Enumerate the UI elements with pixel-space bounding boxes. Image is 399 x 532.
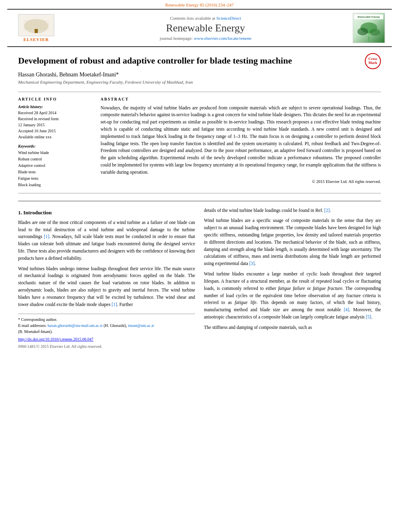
keyword-2: Robust control bbox=[18, 156, 93, 162]
abstract-text: Nowadays, the majority of wind turbine b… bbox=[101, 105, 381, 176]
journal-logo-box: Renewable Energy bbox=[351, 13, 387, 43]
top-banner: Renewable Energy 85 (2016) 234–247 bbox=[0, 0, 399, 9]
re-logo-title-text: Renewable Energy bbox=[354, 14, 383, 19]
affiliation-line: Mechanical Engineering Department, Engin… bbox=[18, 80, 381, 84]
keyword-6: Block loading bbox=[18, 182, 93, 188]
article-info-abstract-grid: ARTICLE INFO Article history: Received 2… bbox=[18, 92, 381, 193]
copyright-line: © 2015 Elsevier Ltd. All rights reserved… bbox=[101, 179, 381, 184]
body-right-col: details of the wind turbine blade loadin… bbox=[204, 207, 381, 350]
keywords-section: Keywords: Wind turbine blade Robust cont… bbox=[18, 144, 93, 188]
keyword-4: Blade tests bbox=[18, 169, 93, 175]
article-info-label: ARTICLE INFO bbox=[18, 97, 93, 101]
abstract-label: ABSTRACT bbox=[101, 97, 381, 101]
contents-line: Contents lists available at ScienceDirec… bbox=[64, 16, 347, 21]
footnote-email2-name: (B. Moetakef-Imani). bbox=[18, 329, 195, 335]
email1-link[interactable]: hasan.ghorashi@stu-mail.um.ac.ir bbox=[47, 323, 103, 328]
footnote-corresponding: * Corresponding author. bbox=[18, 316, 195, 322]
right-para1: details of the wind turbine blade loadin… bbox=[204, 207, 381, 214]
intro-heading: 1. Introduction bbox=[18, 209, 195, 217]
history-title: Article history: bbox=[18, 105, 93, 109]
elsevier-logo: ELSEVIER bbox=[18, 14, 54, 42]
footnote-email: E-mail addresses: hasan.ghorashi@stu-mai… bbox=[18, 322, 195, 329]
ref-5[interactable]: [5] bbox=[366, 314, 371, 319]
accepted-date: Accepted 16 June 2015 bbox=[18, 128, 93, 134]
revised-date: 12 January 2015 bbox=[18, 122, 93, 128]
article-history: Article history: Received 28 April 2014 … bbox=[18, 105, 93, 140]
intro-para1: Blades are one of the most critical comp… bbox=[18, 219, 195, 262]
body-two-col: 1. Introduction Blades are one of the mo… bbox=[18, 207, 381, 350]
doi-line[interactable]: http://dx.doi.org/10.1016/j.renene.2015.… bbox=[18, 336, 195, 343]
article-info-column: ARTICLE INFO Article history: Received 2… bbox=[18, 97, 93, 188]
received-revised-label: Received in revised form bbox=[18, 116, 93, 122]
issn-line: 0960-1481/© 2015 Elsevier Ltd. All right… bbox=[18, 343, 195, 350]
ref-3[interactable]: [3] bbox=[249, 261, 255, 266]
journal-title: Renewable Energy bbox=[64, 22, 347, 34]
keyword-5: Fatigue tests bbox=[18, 175, 93, 182]
abstract-column: ABSTRACT Nowadays, the majority of wind … bbox=[101, 97, 381, 188]
svg-point-10 bbox=[358, 28, 368, 35]
section-divider bbox=[18, 201, 381, 201]
ref-2[interactable]: [2] bbox=[324, 208, 329, 213]
keyword-3: Adaptive control bbox=[18, 162, 93, 169]
sciencedirect-link[interactable]: ScienceDirect bbox=[216, 16, 241, 21]
homepage-line: journal homepage: www.elsevier.com/locat… bbox=[64, 36, 347, 41]
paper-container: CrossMark Development of robust and adap… bbox=[18, 55, 381, 349]
svg-point-11 bbox=[370, 29, 380, 36]
svg-point-12 bbox=[368, 34, 370, 37]
footnote-area: * Corresponding author. E-mail addresses… bbox=[18, 314, 195, 349]
right-para3: Wind turbine blades encounter a large nu… bbox=[204, 271, 381, 321]
paper-title: Development of robust and adaptive contr… bbox=[18, 55, 381, 67]
authors-line: Hassan Ghorashi, Behnam Moetakef-Imani* bbox=[18, 72, 381, 78]
ref-4[interactable]: [4] bbox=[344, 307, 349, 312]
received-date: Received 28 April 2014 bbox=[18, 110, 93, 116]
right-para4: The stiffness and damping of composite m… bbox=[204, 324, 381, 331]
journal-header: ELSEVIER Contents lists available at Sci… bbox=[7, 9, 392, 47]
available-online: Available online xxx bbox=[18, 134, 93, 140]
email2-link[interactable]: imani@um.ac.ir bbox=[128, 323, 154, 328]
elsevier-tree-logo bbox=[18, 14, 54, 36]
keywords-title: Keywords: bbox=[18, 144, 93, 148]
journal-center-info: Contents lists available at ScienceDirec… bbox=[60, 16, 351, 41]
elsevier-text: ELSEVIER bbox=[23, 37, 49, 42]
intro-para2: Wind turbines blades undergo intense loa… bbox=[18, 265, 195, 308]
right-para2: Wind turbine blades are a specific usage… bbox=[204, 217, 381, 267]
ref-1b[interactable]: [1] bbox=[111, 302, 117, 307]
keyword-1: Wind turbine blade bbox=[18, 150, 93, 156]
elsevier-logo-area: ELSEVIER bbox=[12, 14, 60, 42]
svg-rect-2 bbox=[35, 29, 38, 33]
body-left-col: 1. Introduction Blades are one of the mo… bbox=[18, 207, 195, 350]
journal-homepage-link[interactable]: www.elsevier.com/locate/renene bbox=[194, 36, 251, 41]
re-cover-image: Renewable Energy bbox=[353, 13, 385, 43]
crossmark-badge[interactable]: CrossMark bbox=[365, 53, 381, 69]
ref-1[interactable]: [1] bbox=[44, 234, 49, 239]
